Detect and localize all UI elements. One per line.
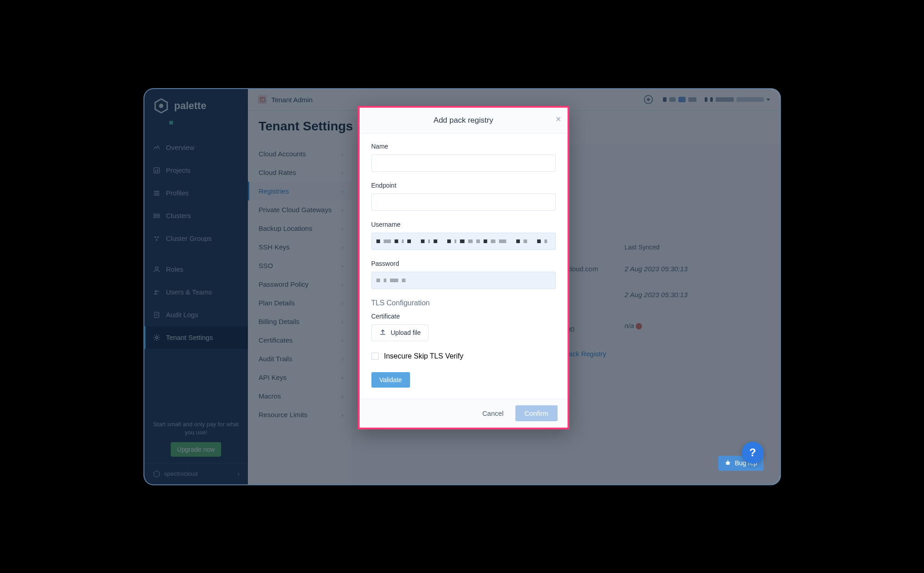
checkbox-icon[interactable]: [371, 353, 379, 360]
skip-tls-label: Insecure Skip TLS Verify: [384, 352, 464, 360]
modal-title: Add pack registry: [434, 116, 493, 125]
name-label: Name: [371, 143, 556, 150]
bug-icon: [725, 459, 731, 467]
svg-line-28: [726, 464, 727, 464]
username-label: Username: [371, 221, 556, 228]
certificate-label: Certificate: [371, 313, 556, 320]
close-icon[interactable]: ✕: [555, 115, 561, 124]
question-icon: ?: [749, 446, 756, 459]
password-input[interactable]: [371, 272, 556, 289]
password-label: Password: [371, 260, 556, 267]
upload-file-button[interactable]: Upload file: [371, 324, 429, 341]
upload-icon: [379, 329, 386, 337]
tls-section-title: TLS Configuration: [371, 299, 556, 307]
add-pack-registry-modal: Add pack registry ✕ Name Endpoint Userna…: [358, 106, 569, 429]
username-input[interactable]: [371, 233, 556, 250]
cancel-button[interactable]: Cancel: [476, 405, 510, 421]
endpoint-input[interactable]: [371, 194, 556, 211]
help-fab[interactable]: ?: [742, 442, 764, 463]
validate-button[interactable]: Validate: [371, 372, 410, 388]
name-input[interactable]: [371, 154, 556, 172]
endpoint-label: Endpoint: [371, 182, 556, 189]
confirm-button[interactable]: Confirm: [515, 405, 558, 421]
upload-button-label: Upload file: [391, 329, 421, 336]
skip-tls-verify-row[interactable]: Insecure Skip TLS Verify: [371, 352, 556, 360]
svg-line-29: [729, 464, 730, 464]
